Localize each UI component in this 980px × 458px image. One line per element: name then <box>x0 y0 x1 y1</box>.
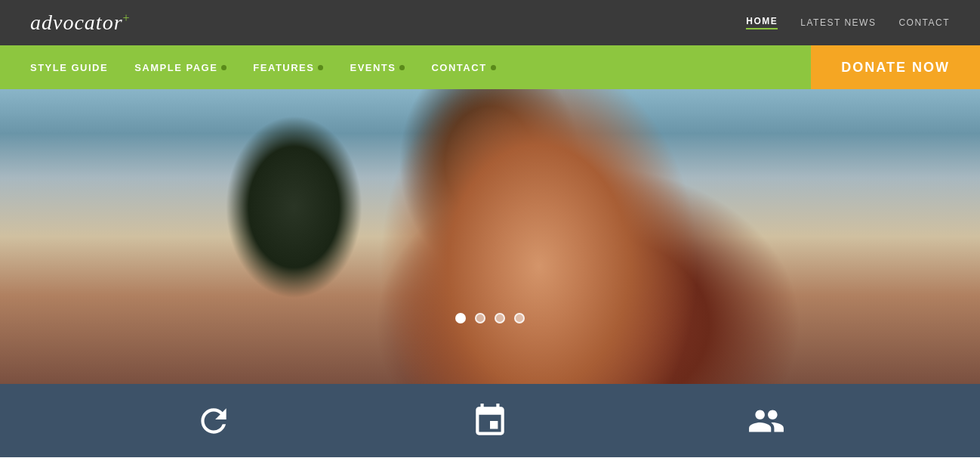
nav-contact[interactable]: CONTACT <box>431 62 495 73</box>
nav-features[interactable]: FEATURES <box>253 62 323 73</box>
group-icon <box>747 402 785 440</box>
logo-superscript: + <box>123 11 131 24</box>
nav-sample-page-label: SAMPLE PAGE <box>134 62 217 73</box>
slider-dot-3[interactable] <box>495 313 505 323</box>
hero-background-image <box>0 89 980 384</box>
slider-dots <box>455 313 525 323</box>
nav-style-guide[interactable]: STYLE GUIDE <box>30 62 108 73</box>
refresh-icon-item[interactable] <box>195 402 233 440</box>
nav-dot-contact <box>491 65 496 70</box>
slider-dot-4[interactable] <box>514 313 525 323</box>
slider-dot-1[interactable] <box>455 313 466 323</box>
icons-bar <box>0 384 980 457</box>
nav-sample-page[interactable]: SAMPLE PAGE <box>134 62 227 73</box>
nav-features-label: FEATURES <box>253 62 314 73</box>
top-bar: advocator+ HOME LATEST NEWS CONTACT <box>0 0 980 45</box>
refresh-icon <box>195 402 233 440</box>
donate-button[interactable]: DONATE NOW <box>811 45 980 89</box>
top-navigation: HOME LATEST NEWS CONTACT <box>746 16 950 29</box>
top-nav-latest-news[interactable]: LATEST NEWS <box>800 17 876 28</box>
calendar-icon-item[interactable] <box>471 402 509 440</box>
logo[interactable]: advocator+ <box>30 11 131 35</box>
nav-contact-label: CONTACT <box>431 62 486 73</box>
calendar-icon <box>471 402 509 440</box>
hero-slider <box>0 89 980 384</box>
nav-dot-sample <box>221 65 227 70</box>
slider-dot-2[interactable] <box>475 313 485 323</box>
logo-text: advocator <box>30 11 123 34</box>
top-nav-home[interactable]: HOME <box>746 16 778 29</box>
nav-dot-events <box>399 65 405 70</box>
nav-dot-features <box>318 65 323 70</box>
nav-events[interactable]: EVENTS <box>350 62 405 73</box>
group-icon-item[interactable] <box>747 402 785 440</box>
top-nav-contact[interactable]: CONTACT <box>898 17 950 28</box>
main-nav-links: STYLE GUIDE SAMPLE PAGE FEATURES EVENTS … <box>0 62 811 73</box>
nav-events-label: EVENTS <box>350 62 396 73</box>
main-navigation: STYLE GUIDE SAMPLE PAGE FEATURES EVENTS … <box>0 45 980 89</box>
